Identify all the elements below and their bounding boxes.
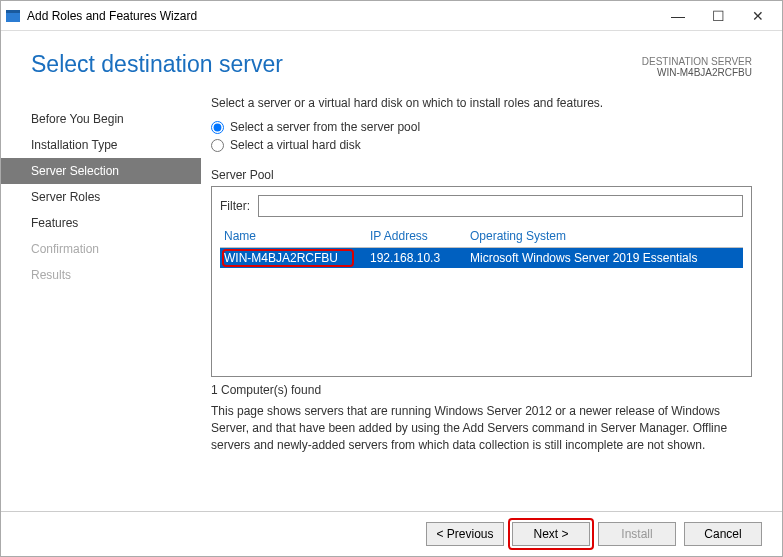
next-button[interactable]: Next > bbox=[512, 522, 590, 546]
destination-block: DESTINATION SERVER WIN-M4BJA2RCFBU bbox=[642, 56, 752, 78]
step-features[interactable]: Features bbox=[1, 210, 201, 236]
cell-ip: 192.168.10.3 bbox=[370, 251, 470, 265]
step-before-you-begin[interactable]: Before You Begin bbox=[1, 106, 201, 132]
destination-value: WIN-M4BJA2RCFBU bbox=[642, 67, 752, 78]
content-pane: Select a server or a virtual hard disk o… bbox=[201, 96, 782, 511]
previous-button[interactable]: < Previous bbox=[426, 522, 504, 546]
radio-server-pool-label: Select a server from the server pool bbox=[230, 120, 420, 134]
install-button: Install bbox=[598, 522, 676, 546]
filter-label: Filter: bbox=[220, 199, 250, 213]
app-icon bbox=[5, 8, 21, 24]
window-controls: — ☐ ✕ bbox=[658, 2, 778, 30]
step-server-roles[interactable]: Server Roles bbox=[1, 184, 201, 210]
filter-input[interactable] bbox=[258, 195, 743, 217]
close-button[interactable]: ✕ bbox=[738, 2, 778, 30]
cell-os: Microsoft Windows Server 2019 Essentials bbox=[470, 251, 743, 265]
radio-server-pool-input[interactable] bbox=[211, 121, 224, 134]
col-ip-header[interactable]: IP Address bbox=[370, 229, 470, 243]
step-server-selection[interactable]: Server Selection bbox=[1, 158, 201, 184]
body: Before You Begin Installation Type Serve… bbox=[1, 78, 782, 511]
filter-row: Filter: bbox=[220, 195, 743, 217]
col-os-header[interactable]: Operating System bbox=[470, 229, 743, 243]
computer-count: 1 Computer(s) found bbox=[211, 383, 752, 397]
cancel-button[interactable]: Cancel bbox=[684, 522, 762, 546]
window-title: Add Roles and Features Wizard bbox=[27, 9, 658, 23]
intro-text: Select a server or a virtual hard disk o… bbox=[211, 96, 752, 110]
table-header: Name IP Address Operating System bbox=[220, 225, 743, 248]
step-confirmation: Confirmation bbox=[1, 236, 201, 262]
cell-name: WIN-M4BJA2RCFBU bbox=[220, 251, 370, 265]
note-text: This page shows servers that are running… bbox=[211, 403, 752, 453]
step-results: Results bbox=[1, 262, 201, 288]
radio-vhd-label: Select a virtual hard disk bbox=[230, 138, 361, 152]
footer: < Previous Next > Install Cancel bbox=[1, 511, 782, 556]
col-name-header[interactable]: Name bbox=[220, 229, 370, 243]
titlebar: Add Roles and Features Wizard — ☐ ✕ bbox=[1, 1, 782, 31]
table-body: WIN-M4BJA2RCFBU 192.168.10.3 Microsoft W… bbox=[220, 248, 743, 368]
step-installation-type[interactable]: Installation Type bbox=[1, 132, 201, 158]
destination-label: DESTINATION SERVER bbox=[642, 56, 752, 67]
maximize-button[interactable]: ☐ bbox=[698, 2, 738, 30]
table-row[interactable]: WIN-M4BJA2RCFBU 192.168.10.3 Microsoft W… bbox=[220, 248, 743, 268]
minimize-button[interactable]: — bbox=[658, 2, 698, 30]
header: Select destination server DESTINATION SE… bbox=[1, 31, 782, 78]
server-pool-label: Server Pool bbox=[211, 168, 752, 182]
steps-nav: Before You Begin Installation Type Serve… bbox=[1, 96, 201, 511]
server-pool-box: Filter: Name IP Address Operating System… bbox=[211, 186, 752, 377]
radio-vhd[interactable]: Select a virtual hard disk bbox=[211, 138, 752, 152]
page-title: Select destination server bbox=[31, 51, 642, 78]
svg-rect-1 bbox=[6, 10, 20, 13]
radio-vhd-input[interactable] bbox=[211, 139, 224, 152]
radio-server-pool[interactable]: Select a server from the server pool bbox=[211, 120, 752, 134]
